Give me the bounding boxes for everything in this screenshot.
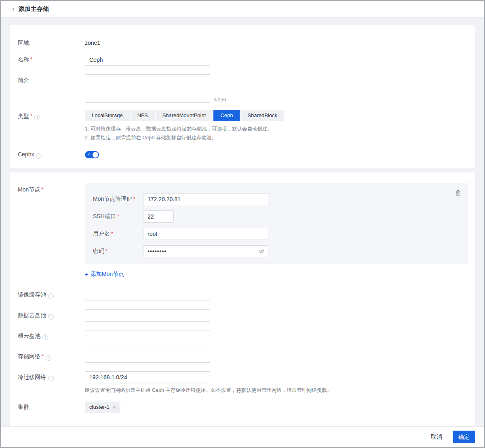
data-volume-pool-label: 数据云盘池i [18,309,85,320]
description-label: 简介 [18,74,85,84]
storage-network-input[interactable] [85,351,210,363]
password-row: 密码 [93,245,460,257]
type-note-1: 1. 可对镜像缓存、根云盘、数据云盘指定特定的存储池，可选项，默认会自动创建。 [85,125,467,134]
ssh-port-row: SSH端口 [93,210,460,223]
cephx-toggle[interactable]: ✓ [85,151,99,158]
plus-icon: + [85,271,89,278]
add-mon-node-link[interactable]: + 添加Mon节点 [85,271,124,278]
delete-mon-node-icon[interactable] [455,189,461,196]
cephx-label: Cephxi [18,150,85,159]
info-icon: i [48,314,54,320]
cluster-label: 集群 [18,402,85,411]
zone-value: zone1 [85,37,467,46]
mon-ip-label: Mon节点管理IP [93,196,143,203]
type-tab-ceph[interactable]: Ceph [213,110,240,121]
zone-row: 区域: zone1 [18,37,467,47]
required-asterisk [41,186,43,193]
page-title: 添加主存储 [19,5,49,13]
mon-node-panel: Mon节点管理IP SSH端口 用户名 密码 [85,183,468,264]
basic-info-card: 区域: zone1 名称 简介 0/256 类型i LocalStorage N… [10,25,475,168]
migration-network-help: 建议设置专门网络供云主机跨 Ceph 主存储冷迁移使用。如不设置，将默认使用管理… [85,386,467,394]
confirm-button[interactable]: 确定 [453,431,475,443]
cluster-row: 集群 cluster-1 × [18,402,467,413]
required-asterisk [117,213,119,219]
ssh-port-input[interactable] [143,210,174,223]
root-volume-pool-label: 根云盘池i [18,330,85,340]
type-label: 类型i [18,110,85,120]
type-tab-sharedmountpoint[interactable]: SharedMountPoint [156,110,213,121]
required-asterisk [30,113,32,119]
cephx-row: Cephxi ✓ [18,150,467,159]
root-volume-pool-row: 根云盘池i [18,330,467,342]
image-cache-pool-label: 镜像缓存池i [18,289,85,299]
cluster-tag: cluster-1 × [85,402,120,413]
mon-node-row: Mon节点 Mon节点管理IP SSH端口 [18,183,467,264]
root-volume-pool-input[interactable] [85,330,210,342]
type-note-2: 2. 如果指定，则需提前在 Ceph 存储集群自行创建存储池。 [85,134,467,143]
required-asterisk [105,248,108,254]
mon-ip-row: Mon节点管理IP [93,193,460,205]
form-content: 区域: zone1 名称 简介 0/256 类型i LocalStorage N… [1,18,484,427]
required-asterisk [111,230,113,237]
add-mon-node-row: + 添加Mon节点 [18,264,467,289]
password-input[interactable] [143,245,268,257]
page-header: ‹ 添加主存储 [1,1,484,18]
mon-node-label: Mon节点 [18,183,85,194]
type-tabs: LocalStorage NFS SharedMountPoint Ceph S… [85,110,467,121]
storage-network-row: 存储网络i [18,351,467,363]
type-tab-sharedblock[interactable]: SharedBlock [240,110,284,121]
zone-label: 区域: [18,37,85,47]
storage-network-label: 存储网络i [18,351,85,361]
username-row: 用户名 [93,228,460,240]
info-icon: i [48,293,54,299]
info-icon: i [42,334,48,340]
info-icon: i [34,115,40,120]
info-icon: i [46,355,51,361]
name-label: 名称 [18,54,85,63]
type-tab-nfs[interactable]: NFS [131,110,155,121]
type-tab-localstorage[interactable]: LocalStorage [85,110,130,121]
migration-network-row: 冷迁移网络i 建议设置专门网络供云主机跨 Ceph 主存储冷迁移使用。如不设置，… [18,371,467,394]
username-label: 用户名 [93,230,143,238]
add-primary-storage-page: { "header": { "back_icon": "‹", "title":… [0,0,485,448]
name-input[interactable] [85,54,210,66]
info-icon: i [48,376,54,381]
eye-off-icon[interactable] [258,248,265,254]
required-asterisk [30,56,32,63]
check-icon: ✓ [87,151,91,156]
mon-ip-input[interactable] [143,193,268,205]
ceph-config-card: Mon节点 Mon节点管理IP SSH端口 [10,172,475,427]
description-textarea[interactable] [85,74,210,103]
back-icon[interactable]: ‹ [12,5,15,13]
remove-tag-icon[interactable]: × [113,404,116,410]
char-counter: 0/256 [213,97,226,103]
cancel-button[interactable]: 取消 [431,433,442,441]
footer-bar: 取消 确定 [1,426,484,447]
description-row: 简介 0/256 [18,74,467,103]
ssh-port-label: SSH端口 [93,213,143,220]
required-asterisk [133,196,135,202]
info-icon: i [36,153,42,159]
data-volume-pool-row: 数据云盘池i [18,309,467,322]
migration-network-label: 冷迁移网络i [18,371,85,381]
data-volume-pool-input[interactable] [85,309,210,322]
type-notes: 1. 可对镜像缓存、根云盘、数据云盘指定特定的存储池，可选项，默认会自动创建。 … [85,125,467,143]
type-row: 类型i LocalStorage NFS SharedMountPoint Ce… [18,110,467,143]
username-input[interactable] [143,228,268,240]
password-label: 密码 [93,248,143,255]
toggle-knob [93,152,98,158]
migration-network-input[interactable] [85,371,210,383]
name-row: 名称 [18,54,467,66]
image-cache-pool-input[interactable] [85,289,210,301]
image-cache-pool-row: 镜像缓存池i [18,289,467,301]
required-asterisk [42,353,44,360]
